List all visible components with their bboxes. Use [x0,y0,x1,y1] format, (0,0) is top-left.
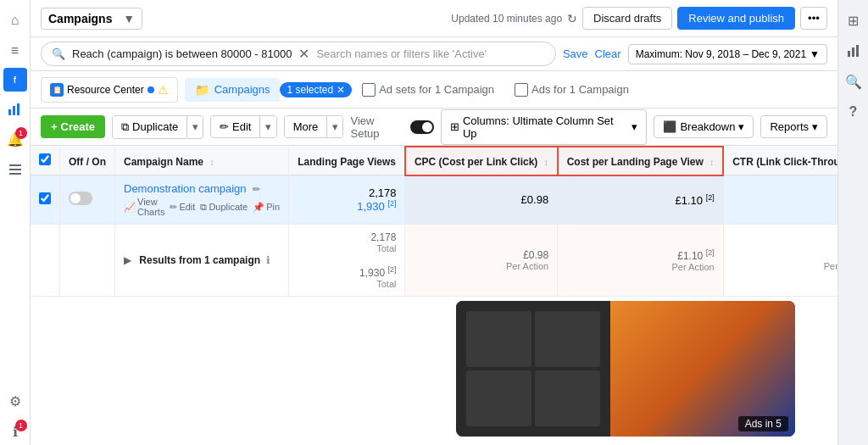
select-all-checkbox[interactable] [39,153,51,165]
svg-rect-8 [856,45,859,57]
breakdown-button[interactable]: ⬛ Breakdown ▾ [654,115,754,138]
question-icon[interactable]: ? [840,98,867,125]
duplicate-campaign-link[interactable]: ⧉ Duplicate [200,197,248,217]
td-checkbox [31,175,60,225]
review-publish-button[interactable]: Review and publish [677,7,795,30]
cpc-sort-icon: ↕ [544,158,548,167]
th-ctr: CTR (Link Click-Through Rate) ↕ [723,147,837,175]
pin-icon: 📌 [253,202,264,213]
duplicate-small-icon: ⧉ [200,202,207,213]
create-plus-icon: + [51,120,58,133]
settings-icon[interactable]: ⚙ [2,387,29,414]
notification-icon[interactable]: 🔔 1 [2,125,29,153]
view-setup-control[interactable]: View Setup [350,114,433,140]
campaign-edit-icon[interactable]: ✏ [253,184,260,194]
edit-button[interactable]: ✏ Edit [211,116,259,137]
td-cpc: £0.98 [405,175,558,225]
adsets-tab[interactable]: Ad sets for 1 Campaign [352,78,504,102]
columns-arrow-icon: ▾ [632,120,637,133]
nav-tabs-row: 📋 Resource Center ⚠ 📁 Campaigns 1 select… [31,71,837,108]
bar-chart-right-icon[interactable] [840,37,867,64]
breakdown-icon: ⬛ [663,120,676,133]
reports-arrow-icon: ▾ [812,120,818,133]
campaigns-tab-label: Campaigns [214,83,270,96]
reports-button[interactable]: Reports ▾ [760,115,827,138]
duplicate-button[interactable]: ⧉ Duplicate [113,116,186,138]
main-content: Campaigns ▼ Updated 10 minutes ago ↻ Dis… [31,0,837,445]
video-grid-cell-4 [535,370,600,426]
td-total-empty1 [31,225,60,297]
search-right-icon[interactable]: 🔍 [840,68,867,95]
create-label: Create [61,120,95,133]
th-off-on: Off / On [60,147,115,175]
svg-rect-1 [13,106,15,115]
campaign-name-link[interactable]: Demonstration campaign [124,182,249,195]
total-cplpv-superscript: [2] [706,248,715,257]
td-total-label: ▶ Results from 1 campaign ℹ [115,225,289,297]
duplicate-label: Duplicate [132,120,178,133]
search-icon: 🔍 [52,47,65,60]
info-circle-icon: ℹ [266,254,270,266]
ads-icon[interactable]: f [3,68,27,92]
search-placeholder: Search names or filters like 'Active' [316,47,487,60]
columns-button[interactable]: ⊞ Columns: Ultimate Column Set Up ▾ [441,109,648,145]
edit-arrow-button[interactable]: ▾ [259,116,276,137]
video-grid-cell-3 [466,370,531,426]
resource-center-warning-icon: ⚠ [158,83,169,97]
discard-drafts-button[interactable]: Discard drafts [582,7,672,30]
clear-filter-link[interactable]: Clear [595,47,621,60]
td-lpv: 2,178 1,930 [2] [289,175,405,225]
td-ctr: 1.30% [723,175,837,225]
video-grid-cell-2 [535,311,600,367]
date-range-arrow-icon: ▼ [810,48,820,60]
more-arrow-button[interactable]: ▾ [326,116,343,137]
campaigns-tab[interactable]: 📁 Campaigns [185,78,281,102]
deselect-icon[interactable]: ✕ [337,84,345,96]
pin-campaign-link[interactable]: 📌 Pin [253,197,280,217]
view-setup-toggle[interactable] [410,120,434,134]
campaigns-label: Campaigns [48,12,112,25]
row-checkbox[interactable] [39,192,51,204]
view-charts-link[interactable]: 📈 View Charts [124,197,164,217]
ads-tab-icon [515,83,528,97]
save-clear-buttons: Save Clear [563,47,621,60]
more-options-button[interactable]: ••• [800,7,827,30]
edit-campaign-link[interactable]: ✏ Edit [170,197,195,217]
lpv-note: 1,930 [2] [357,200,396,213]
cplpv-superscript: [2] [706,193,715,202]
expand-icon[interactable]: ▶ [124,254,131,266]
video-grid [456,301,610,437]
save-filter-link[interactable]: Save [563,47,588,60]
duplicate-arrow-button[interactable]: ▾ [186,116,203,137]
info-icon[interactable]: ℹ 1 [2,418,29,445]
edit-button-group: ✏ Edit ▾ [210,115,277,138]
expand-right-icon[interactable]: ⊞ [840,7,867,34]
refresh-icon[interactable]: ↻ [567,12,577,25]
chart-icon[interactable] [2,95,29,122]
more-button[interactable]: More [285,116,327,137]
ads-tab[interactable]: Ads for 1 Campaign [504,78,639,102]
th-lpv: Landing Page Views [289,147,405,175]
video-overlay: Ads in 5 [456,301,795,437]
menu-icon[interactable]: ≡ [2,37,29,64]
create-button[interactable]: + Create [41,115,105,138]
lpv-superscript: [2] [387,199,396,208]
resource-center-tab[interactable]: 📋 Resource Center ⚠ [41,77,178,103]
campaign-toggle[interactable] [69,192,92,205]
nav-list-icon[interactable] [2,156,29,183]
breakdown-arrow-icon: ▾ [738,120,744,133]
date-range-selector[interactable]: Maximum: Nov 9, 2018 – Dec 9, 2021 ▼ [628,44,827,64]
video-grid-cell-1 [466,311,531,367]
campaigns-dropdown[interactable]: Campaigns ▼ [41,8,142,30]
edit-small-icon: ✏ [170,202,177,213]
video-label: Ads in 5 [738,416,788,431]
chart-small-icon: 📈 [124,202,136,213]
svg-rect-3 [9,164,21,166]
home-icon[interactable]: ⌂ [2,7,29,34]
clear-filter-icon[interactable]: ✕ [298,46,309,62]
total-lpv2-superscript: [2] [387,265,396,274]
campaign-name-sort-icon: ↕ [209,158,214,167]
update-info: Updated 10 minutes ago ↻ Discard drafts … [451,7,827,30]
th-campaign-name: Campaign Name ↕ [115,147,289,175]
th-cpc: CPC (Cost per Link Click) ↕ [405,147,558,175]
